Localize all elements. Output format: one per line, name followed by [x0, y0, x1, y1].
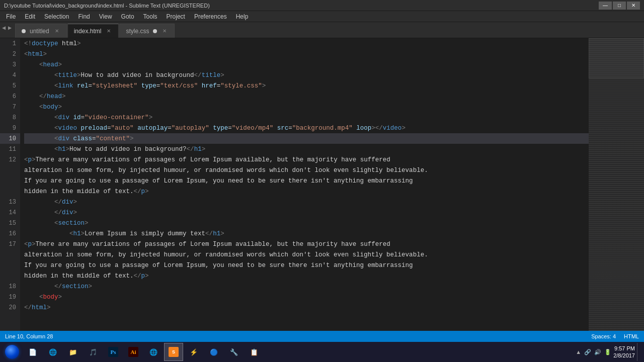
tab-style-css[interactable]: style.css ✕	[119, 24, 175, 38]
code-line-8: <div id="video-container">	[24, 112, 589, 123]
tray-volume[interactable]: 🔊	[594, 349, 601, 355]
menu-project[interactable]: Project	[163, 12, 189, 21]
title-bar: D:\youtube Tutorial\video_background\ind…	[0, 0, 644, 11]
code-line-15: <section>	[24, 218, 589, 228]
doctype-kw: doctype	[32, 40, 58, 47]
line-num-7: 7	[0, 102, 20, 112]
minimap-content	[589, 38, 644, 331]
line-num-17: 17	[0, 239, 20, 249]
line-num-9: 9	[0, 123, 20, 133]
tab-untitled[interactable]: untitled ✕	[15, 24, 67, 38]
line-num-17b	[0, 249, 20, 260]
tool3-icon: 🔧	[229, 347, 239, 357]
tool4-icon: 📋	[249, 347, 259, 357]
menu-find[interactable]: Find	[74, 12, 94, 21]
menu-goto[interactable]: Goto	[117, 12, 138, 21]
code-line-10: <div class="content">	[24, 133, 589, 144]
window-controls: — □ ✕	[599, 2, 640, 10]
code-line-19: <body>	[24, 292, 589, 302]
status-spaces[interactable]: Spaces: 4	[591, 333, 616, 339]
taskbar-app-ie[interactable]: 🌐	[43, 343, 62, 361]
tab-nav-right[interactable]: ▶	[8, 24, 12, 32]
status-left: Line 10, Column 28	[5, 333, 53, 339]
minimap[interactable]	[589, 38, 644, 331]
start-button[interactable]	[2, 342, 22, 361]
menu-view[interactable]: View	[95, 12, 116, 21]
status-position[interactable]: Line 10, Column 28	[5, 333, 53, 339]
code-line-12b: alteration in some form, by injected hum…	[24, 165, 589, 175]
line-num-5: 5	[0, 80, 20, 91]
code-line-17d: hidden in the middle of text.</p>	[24, 270, 589, 281]
line-num-12: 12	[0, 154, 20, 165]
line-num-20: 20	[0, 302, 20, 313]
menu-help[interactable]: Help	[232, 12, 253, 21]
tray-arrow[interactable]: ▲	[576, 349, 581, 355]
menu-edit[interactable]: Edit	[21, 12, 39, 21]
code-line-7: <body>	[24, 102, 589, 112]
menu-file[interactable]: File	[2, 12, 20, 21]
status-right: Spaces: 4 HTML	[591, 333, 639, 339]
title-text: D:\youtube Tutorial\video_background\ind…	[4, 3, 210, 9]
code-line-5: <link rel="stylesheet" type="text/css" h…	[24, 80, 589, 91]
tab-style-css-close[interactable]: ✕	[161, 28, 168, 35]
code-line-11: <h1>How to add video in background?</h1>	[24, 144, 589, 154]
line-num-18: 18	[0, 281, 20, 292]
close-button[interactable]: ✕	[627, 2, 640, 10]
line-num-17d	[0, 270, 20, 281]
minimize-button[interactable]: —	[599, 2, 612, 10]
line-num-13: 13	[0, 197, 20, 207]
menu-preferences[interactable]: Preferences	[190, 12, 231, 21]
illustrator-icon: Ai	[128, 347, 138, 357]
tray-network[interactable]: 🔗	[584, 349, 591, 355]
taskbar-app-tool2[interactable]: 🔵	[204, 343, 223, 361]
show-desktop[interactable]	[637, 343, 640, 361]
line-num-2: 2	[0, 49, 20, 59]
menu-selection[interactable]: Selection	[40, 12, 73, 21]
sys-tray: ▲ 🔗 🔊 🔋	[576, 349, 611, 355]
taskbar-app-tool3[interactable]: 🔧	[224, 343, 244, 361]
menu-tools[interactable]: Tools	[139, 12, 162, 21]
tab-index-html-label: index.html	[74, 28, 102, 35]
taskbar-app-explorer[interactable]: 📄	[23, 343, 42, 361]
maximize-button[interactable]: □	[613, 2, 626, 10]
tray-battery[interactable]: 🔋	[604, 349, 611, 355]
code-line-13: </div>	[24, 197, 589, 207]
code-line-16: <h1>Lorem Ipsum is simply dummy text</h1…	[24, 228, 589, 239]
folder-icon: 📁	[68, 347, 78, 357]
clock[interactable]: 9:57 PM 2/8/2017	[613, 345, 635, 359]
code-line-17b: alteration in some form, by injected hum…	[24, 249, 589, 260]
tool1-icon: ⚡	[189, 347, 199, 357]
taskbar-app-tool1[interactable]: ⚡	[184, 343, 203, 361]
tab-index-html[interactable]: index.html ✕	[67, 24, 119, 38]
status-bar: Line 10, Column 28 Spaces: 4 HTML	[0, 331, 644, 342]
plain: html	[58, 40, 77, 47]
code-line-14: </div>	[24, 207, 589, 218]
taskbar-app-tool4[interactable]: 📋	[245, 343, 264, 361]
photoshop-icon: Ps	[108, 347, 118, 357]
taskbar-app-sublime[interactable]: S	[164, 343, 183, 361]
taskbar-right: ▲ 🔗 🔊 🔋 9:57 PM 2/8/2017	[576, 343, 642, 361]
tool2-icon: 🔵	[209, 347, 219, 357]
tab-modified-dot	[22, 29, 26, 33]
editor: 1 2 3 4 5 6 7 8 9 10 11 12 13 14 15 16 1…	[0, 38, 644, 331]
line-num-3: 3	[0, 59, 20, 70]
status-encoding[interactable]: HTML	[624, 333, 639, 339]
code-line-4: <title>How to add video in background</t…	[24, 70, 589, 80]
tab-nav-left[interactable]: ◀	[2, 24, 6, 32]
tab-untitled-close[interactable]: ✕	[53, 28, 60, 35]
taskbar-app-media[interactable]: 🎵	[84, 343, 103, 361]
code-line-6: </head>	[24, 91, 589, 102]
code-area[interactable]: <!doctype html> <html> <head> <title>How…	[20, 38, 589, 331]
taskbar-left: 📄 🌐 📁 🎵 Ps Ai 🌐 S ⚡ 🔵 🔧	[2, 342, 264, 361]
minimap-viewport	[589, 38, 644, 78]
code-line-12c: If you are going to use a passage of Lor…	[24, 175, 589, 186]
taskbar-app-photoshop[interactable]: Ps	[104, 343, 123, 361]
line-numbers: 1 2 3 4 5 6 7 8 9 10 11 12 13 14 15 16 1…	[0, 38, 20, 331]
taskbar-app-folder[interactable]: 📁	[63, 343, 83, 361]
tab-index-html-close[interactable]: ✕	[105, 28, 112, 35]
taskbar-app-chrome[interactable]: 🌐	[144, 343, 163, 361]
taskbar: 📄 🌐 📁 🎵 Ps Ai 🌐 S ⚡ 🔵 🔧	[0, 342, 644, 362]
media-icon: 🎵	[88, 347, 98, 357]
taskbar-app-illustrator[interactable]: Ai	[124, 343, 143, 361]
sublime-icon: S	[169, 347, 179, 357]
